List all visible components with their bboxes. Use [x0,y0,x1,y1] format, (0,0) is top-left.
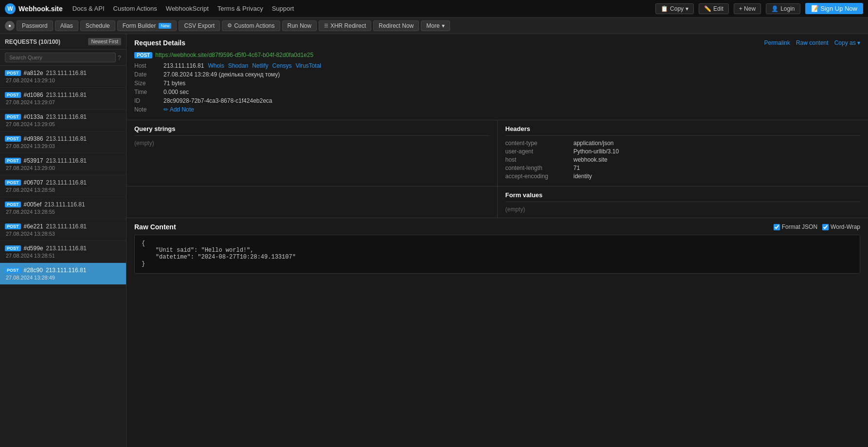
header-row: content-length 71 [506,165,861,171]
new-button[interactable]: + New [734,3,761,14]
pencil-icon: ✏ [163,106,168,113]
detail-time-row: Time 0.000 sec [134,89,860,95]
header-row: accept-encoding identity [506,173,861,180]
raw-content-header: Raw Content Format JSON Word-Wrap [134,223,860,231]
request-time: 27.08.2024 13:28:49 [6,275,121,280]
request-time-val: 0.000 sec [163,89,860,95]
detail-host-row: Host 213.111.116.81 Whois Shodan Netlify… [134,62,860,69]
request-time: 27.08.2024 13:28:51 [6,253,121,259]
post-badge: POST [5,114,21,120]
nav-password[interactable]: Password [17,20,53,31]
list-item[interactable]: POST #0133a 213.111.116.81 27.08.2024 13… [0,110,126,131]
format-json-checkbox[interactable] [774,224,780,230]
nav-link-docs[interactable]: Docs & API [72,5,105,12]
request-details-title: Request Details [134,39,185,47]
size-label: Size [134,80,163,87]
nav-link-custom-actions[interactable]: Custom Actions [113,5,157,12]
whois-link[interactable]: Whois [208,62,224,69]
request-time: 27.08.2024 13:29:00 [6,165,121,171]
nav-schedule[interactable]: Schedule [80,20,115,31]
login-button[interactable]: 👤 Login [766,3,800,14]
header-val: identity [574,173,592,180]
top-nav-links: Docs & API Custom Actions WebhookScript … [72,5,655,12]
copy-icon: 📋 [661,5,668,12]
host-links: 213.111.116.81 Whois Shodan Netlify Cens… [163,62,321,69]
form-values-row: Form values (empty) [127,186,868,218]
request-id: #d9386 [24,135,43,142]
mid-panels: Query strings (empty) Headers content-ty… [127,120,868,186]
edit-button[interactable]: ✏️ Edit [699,3,729,14]
censys-link[interactable]: Censys [272,62,291,69]
request-id: #0133a [24,113,43,120]
add-note-link[interactable]: ✏ Add Note [163,106,194,113]
format-json-label[interactable]: Format JSON [774,224,817,230]
virustotal-link[interactable]: VirusTotal [296,62,321,69]
content-area: Request Details Permalink Raw content Co… [127,34,868,447]
second-nav: ● Password Alias Schedule Form Builder N… [0,18,868,34]
nav-csv-export[interactable]: CSV Export [179,20,220,31]
permalink-link[interactable]: Permalink [764,39,790,46]
circle-toggle[interactable]: ● [5,21,15,31]
help-icon[interactable]: ? [118,54,121,61]
query-strings-panel: Query strings (empty) [127,120,498,186]
list-item[interactable]: POST #005ef 213.111.116.81 27.08.2024 13… [0,197,126,219]
nav-xhr-redirect[interactable]: ☰ XHR Redirect [319,20,371,31]
detail-url-row: POST https://webhook.site/d87f9596-d5f0-… [134,52,860,60]
word-wrap-label[interactable]: Word-Wrap [822,224,860,230]
nav-more[interactable]: More ▾ [421,20,450,31]
copy-as-link[interactable]: Copy as ▾ [834,39,860,46]
signup-icon: 📝 [811,5,819,12]
request-ip: 213.111.116.81 [46,267,86,274]
search-input[interactable] [5,53,116,62]
form-values-left [127,186,498,218]
nav-run-now[interactable]: Run Now [282,20,317,31]
copy-button[interactable]: 📋 Copy ▾ [655,3,694,14]
raw-content-link[interactable]: Raw content [796,39,829,46]
list-item[interactable]: POST #d9386 213.111.116.81 27.08.2024 13… [0,131,126,153]
request-url[interactable]: https://webhook.site/d87f9596-d5f0-4c67-… [155,52,313,58]
post-badge: POST [5,70,21,76]
post-badge: POST [5,267,21,273]
request-id: #06707 [24,179,43,186]
signup-button[interactable]: 📝 Sign Up Now [805,3,864,14]
request-time: 27.08.2024 13:28:58 [6,187,121,193]
nav-alias[interactable]: Alias [55,20,78,31]
request-details-section: Request Details Permalink Raw content Co… [127,34,868,120]
request-ip: 213.111.116.81 [46,157,87,164]
list-item[interactable]: POST #a812e 213.111.116.81 27.08.2024 13… [0,66,126,88]
shodan-link[interactable]: Shodan [228,62,248,69]
raw-content-section: Raw Content Format JSON Word-Wrap { "Uni… [127,218,868,279]
header-val: webhook.site [574,156,608,163]
raw-content-title: Raw Content [134,223,176,231]
nav-form-builder[interactable]: Form Builder New [117,20,177,31]
header-val: application/json [574,140,614,147]
nav-link-support[interactable]: Support [272,5,294,12]
nav-link-webhookscript[interactable]: WebhookScript [166,5,209,12]
request-time: 27.08.2024 13:29:03 [6,143,121,149]
header-row: host webhook.site [506,156,861,163]
list-item[interactable]: POST #6e221 213.111.116.81 27.08.2024 13… [0,219,126,241]
id-label: ID [134,97,163,104]
request-ip: 213.111.116.81 [46,135,87,142]
request-ip: 213.111.116.81 [44,201,85,208]
requests-title: REQUESTS (10/100) [5,38,60,45]
detail-table: POST https://webhook.site/d87f9596-d5f0-… [134,52,860,113]
nav-custom-actions[interactable]: ⚙ Custom Actions [222,20,280,31]
list-item-active[interactable]: POST #28c90 213.111.116.81 27.08.2024 13… [0,263,126,285]
nav-redirect-now[interactable]: Redirect Now [373,20,419,31]
word-wrap-checkbox[interactable] [822,224,829,230]
copy-dropdown-icon: ▾ [686,5,688,12]
nav-link-terms[interactable]: Terms & Privacy [217,5,263,12]
header-row: content-type application/json [506,140,861,147]
list-item[interactable]: POST #d599e 213.111.116.81 27.08.2024 13… [0,241,126,263]
request-ip: 213.111.116.81 [46,70,87,76]
netlify-link[interactable]: Netlify [252,62,268,69]
query-strings-empty: (empty) [134,140,154,147]
gear-icon: ⚙ [227,22,232,29]
logo[interactable]: W Webhook.site [5,3,63,14]
list-item[interactable]: POST #d1086 213.111.116.81 27.08.2024 13… [0,88,126,110]
list-item[interactable]: POST #53917 213.111.116.81 27.08.2024 13… [0,153,126,175]
newest-badge: Newest First [88,38,121,45]
request-ip: 213.111.116.81 [46,92,87,98]
list-item[interactable]: POST #06707 213.111.116.81 27.08.2024 13… [0,175,126,197]
